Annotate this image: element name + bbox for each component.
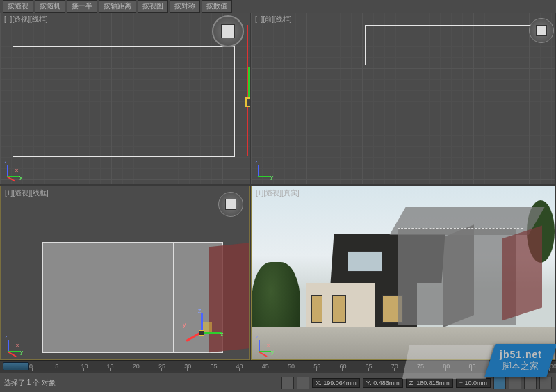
- snap-btn-4[interactable]: 按视图: [138, 0, 168, 13]
- viewport-quad: [+][透视][线框] z y x [+][前][线框] z y [+][透视]…: [0, 13, 556, 360]
- snap-btn-1[interactable]: 按随机: [35, 0, 65, 13]
- transform-gizmo[interactable]: z x y: [181, 311, 223, 353]
- watermark: jb51.net 脚本之家: [490, 344, 552, 377]
- mesh-box[interactable]: [398, 207, 550, 339]
- box-edge: [398, 228, 523, 229]
- snap-toolbar: 按透视 按随机 接一半 按轴距离 按视图 按对称 按数值: [0, 0, 556, 13]
- snap-btn-3[interactable]: 按轴距离: [99, 0, 136, 13]
- nav-btn[interactable]: [539, 377, 552, 389]
- axis-label-x: x: [16, 342, 19, 348]
- axis-label-y: y: [270, 174, 273, 180]
- viewport-label[interactable]: [+][透视][线框]: [5, 188, 49, 198]
- axis-tripod: z y: [255, 159, 276, 180]
- timeline-tick-label: 45: [262, 363, 269, 370]
- timeline-tick-label: 50: [288, 363, 295, 370]
- axis-label-x: x: [15, 167, 18, 173]
- lock-icon[interactable]: [297, 377, 309, 389]
- axis-label-z: z: [256, 334, 259, 340]
- viewport-top-right[interactable]: [+][前][线框] z y: [251, 13, 555, 184]
- gizmo-label-y: x: [220, 331, 224, 338]
- viewport-label[interactable]: [+][透视][线框]: [4, 15, 48, 24]
- timeline-tick-label: 0: [29, 363, 33, 370]
- viewport-label[interactable]: [+][透视][真实]: [256, 188, 300, 198]
- viewport-label[interactable]: [+][前][线框]: [255, 15, 292, 24]
- timeline-tick-label: 25: [158, 363, 165, 370]
- viewport-bottom-right[interactable]: [+][透视][真实] z z y x: [251, 186, 555, 360]
- nav-btn[interactable]: [493, 377, 506, 389]
- axis-label-y: y: [20, 349, 23, 355]
- axis-label-x: x: [267, 342, 270, 348]
- snap-btn-2[interactable]: 接一半: [67, 0, 97, 13]
- snap-btn-0[interactable]: 按透视: [3, 0, 33, 13]
- box-face-front: [398, 228, 516, 325]
- timeline-tick-label: 65: [366, 363, 373, 370]
- watermark-url: jb51.net: [500, 348, 542, 361]
- wire-edge-green: [248, 67, 250, 97]
- axis-label-y: y: [271, 349, 274, 355]
- axis-tripod: z y x: [256, 334, 277, 355]
- timeline-tick-label: 40: [236, 363, 243, 370]
- axis-label-z: z: [255, 158, 258, 165]
- axis-label-z: z: [4, 158, 7, 165]
- box-face-selected: [502, 226, 542, 321]
- snap-btn-6[interactable]: 按数值: [202, 0, 232, 13]
- timeline-tick-label: 60: [339, 363, 346, 370]
- axis-label-y: y: [19, 174, 22, 180]
- timeline-tick-label: 70: [391, 363, 398, 370]
- wire-lines[interactable]: [365, 25, 553, 65]
- timeline-tick-label: 20: [133, 363, 140, 370]
- wire-rectangle[interactable]: [13, 46, 235, 157]
- box-edge: [173, 242, 174, 353]
- snap-btn-5[interactable]: 按对称: [170, 0, 200, 13]
- coord-x[interactable]: X: 199.064mm: [312, 378, 360, 388]
- axis-tripod: z y x: [5, 334, 26, 355]
- viewport-top-left[interactable]: [+][透视][线框] z y x: [0, 13, 250, 184]
- viewport-bottom-left[interactable]: [+][透视][线框] z x y z y x: [0, 186, 250, 360]
- gizmo-label-z: z: [198, 307, 202, 314]
- timeline-tick-label: 55: [313, 363, 320, 370]
- gizmo-label-x: y: [183, 321, 186, 328]
- gizmo-center[interactable]: [199, 330, 204, 336]
- viewcube[interactable]: [529, 18, 554, 43]
- axis-tripod: z y x: [4, 159, 25, 180]
- timeline-tick-label: 15: [107, 363, 114, 370]
- nav-btn[interactable]: [524, 377, 537, 389]
- timeline-tick-label: 30: [184, 363, 191, 370]
- selection-status: 选择了 1 个 对象: [4, 378, 56, 388]
- nav-btn[interactable]: [509, 377, 521, 389]
- timeline-tick-label: 5: [55, 363, 58, 370]
- timeline-tick-label: 10: [81, 363, 88, 370]
- viewcube[interactable]: [212, 15, 244, 47]
- viewcube[interactable]: [218, 192, 243, 217]
- timeline-tick-label: 35: [210, 363, 217, 370]
- time-slider-handle[interactable]: [3, 362, 29, 370]
- transform-handle[interactable]: [245, 97, 250, 107]
- coord-y[interactable]: Y: 0.486mm: [363, 378, 403, 388]
- watermark-text: 脚本之家: [500, 361, 542, 373]
- axis-label-z: z: [5, 334, 8, 340]
- key-filter-icon[interactable]: [281, 377, 294, 389]
